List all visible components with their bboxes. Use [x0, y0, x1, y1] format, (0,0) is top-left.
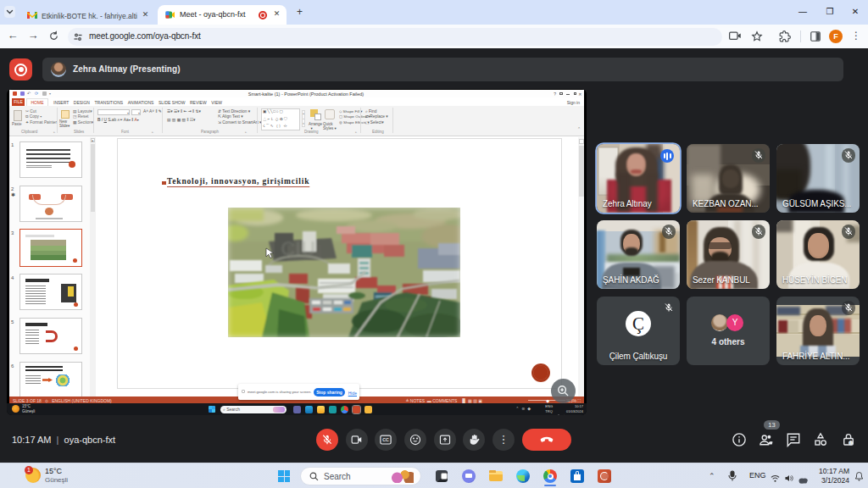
svg-text:CIU: CIU	[281, 237, 315, 260]
svg-text:8: 8	[850, 441, 852, 445]
svg-text:CC: CC	[382, 437, 389, 442]
